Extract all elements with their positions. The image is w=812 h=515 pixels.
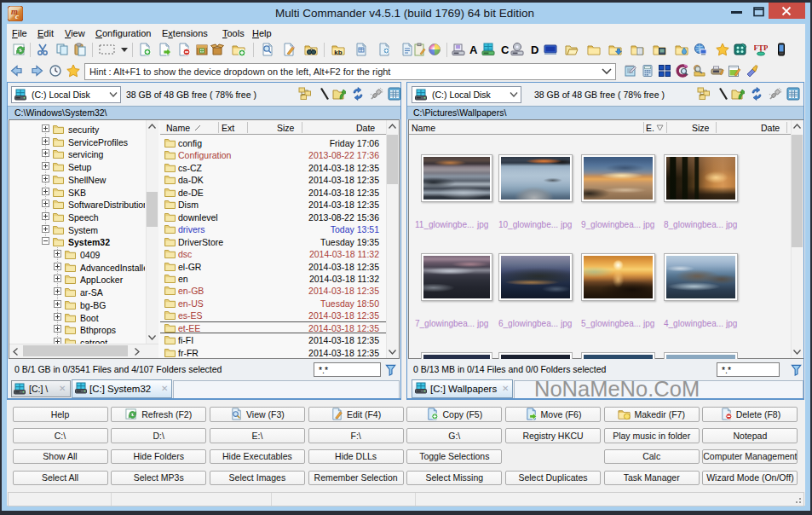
svg-text:kb: kb <box>334 49 342 56</box>
svg-text:c: c <box>15 12 19 20</box>
